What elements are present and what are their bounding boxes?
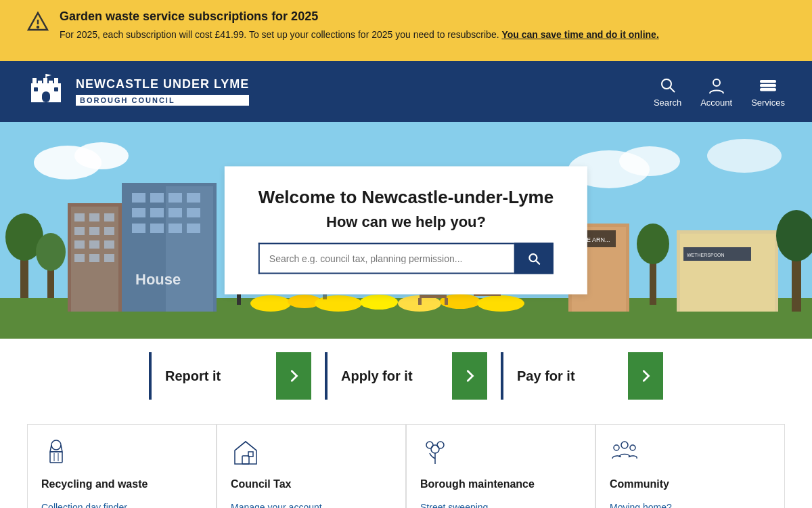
search-icon — [658, 76, 677, 95]
svg-rect-57 — [150, 224, 164, 233]
alert-icon — [27, 11, 49, 37]
svg-point-2 — [37, 26, 39, 28]
alert-content: Garden waste service subscriptions for 2… — [60, 9, 659, 42]
manage-account-link[interactable]: Manage your account — [231, 501, 392, 508]
nav-account-label: Account — [700, 98, 732, 108]
flower-icon — [420, 438, 450, 468]
alert-body: For 2025, each subscription will cost £4… — [60, 28, 659, 42]
svg-rect-5 — [43, 78, 47, 83]
apply-label: Apply for it — [325, 352, 452, 400]
svg-rect-43 — [89, 254, 99, 262]
service-card-community: Community Moving home? Bereavement servi… — [595, 424, 785, 508]
nav-account[interactable]: Account — [700, 76, 732, 108]
spacer-2 — [487, 352, 501, 400]
hero-section: House THE ARN... WETHERSPOON — [0, 122, 812, 339]
svg-rect-53 — [150, 208, 164, 217]
apply-arrow-icon — [462, 368, 477, 383]
pay-arrow-icon — [638, 368, 653, 383]
report-arrow-icon — [286, 368, 301, 383]
logo-area[interactable]: NEWCASTLE UNDER LYME BOROUGH COUNCIL — [27, 71, 249, 112]
collection-day-link[interactable]: Collection day finder — [41, 501, 202, 508]
svg-point-14 — [662, 79, 671, 89]
recycling-icon — [41, 438, 71, 468]
svg-rect-38 — [104, 227, 114, 235]
svg-line-15 — [670, 87, 675, 92]
svg-rect-54 — [168, 208, 182, 217]
report-label: Report it — [149, 352, 276, 400]
svg-rect-40 — [89, 240, 99, 249]
alert-banner: Garden waste service subscriptions for 2… — [0, 0, 812, 61]
community-title: Community — [610, 478, 771, 492]
svg-point-25 — [707, 139, 782, 173]
community-icon-container — [610, 438, 771, 471]
svg-rect-7 — [54, 78, 58, 83]
svg-point-74 — [315, 295, 362, 312]
nav-services[interactable]: Services — [751, 76, 785, 108]
moving-home-link[interactable]: Moving home? — [610, 501, 771, 508]
svg-point-72 — [250, 295, 291, 312]
report-arrow[interactable] — [276, 352, 311, 400]
recycling-icon-container — [41, 438, 202, 471]
svg-rect-42 — [74, 254, 85, 262]
house-icon — [231, 438, 261, 468]
house-icon-container — [231, 438, 392, 471]
svg-rect-94 — [242, 456, 249, 464]
svg-rect-10 — [34, 87, 38, 91]
svg-rect-37 — [89, 227, 99, 235]
svg-rect-90 — [50, 452, 62, 463]
search-button[interactable] — [514, 243, 554, 274]
svg-rect-55 — [187, 208, 200, 217]
svg-rect-36 — [74, 227, 85, 235]
svg-rect-19 — [761, 89, 775, 91]
svg-rect-6 — [49, 81, 53, 83]
street-sweeping-link[interactable]: Street sweeping — [420, 501, 581, 508]
nav-search[interactable]: Search — [654, 76, 681, 108]
svg-rect-3 — [32, 78, 37, 83]
menu-icon — [759, 76, 777, 95]
quick-link-pay: Pay for it — [501, 352, 663, 400]
svg-rect-81 — [445, 298, 448, 305]
alert-link[interactable]: You can save time and do it online. — [501, 29, 658, 40]
council-tax-title: Council Tax — [231, 478, 392, 492]
svg-rect-50 — [168, 193, 182, 203]
svg-rect-33 — [74, 213, 85, 221]
quick-link-report: Report it — [149, 352, 311, 400]
castle-logo — [27, 71, 68, 112]
svg-point-24 — [619, 146, 680, 176]
search-submit-icon — [526, 251, 541, 266]
svg-text:WETHERSPOON: WETHERSPOON — [687, 253, 725, 257]
svg-rect-58 — [168, 224, 182, 233]
nav-services-label: Services — [751, 98, 785, 108]
svg-rect-56 — [132, 224, 145, 233]
pay-arrow[interactable] — [628, 352, 663, 400]
svg-rect-44 — [104, 254, 114, 262]
svg-point-22 — [74, 142, 129, 169]
recycling-title: Recycling and waste — [41, 478, 202, 492]
svg-rect-11 — [54, 87, 58, 91]
hero-overlay: Welcome to Newcastle-under-Lyme How can … — [225, 167, 587, 295]
svg-point-100 — [621, 442, 628, 448]
search-input[interactable] — [258, 243, 514, 274]
quick-link-apply: Apply for it — [325, 352, 487, 400]
flower-icon-container — [420, 438, 581, 471]
svg-rect-48 — [132, 193, 145, 203]
svg-point-97 — [426, 442, 433, 448]
apply-arrow[interactable] — [452, 352, 487, 400]
search-form — [258, 243, 554, 274]
nav-search-label: Search — [654, 98, 681, 108]
logo-name: NEWCASTLE UNDER LYME — [76, 77, 249, 92]
svg-rect-49 — [150, 193, 164, 203]
svg-rect-79 — [420, 295, 447, 298]
svg-rect-9 — [42, 91, 50, 102]
svg-point-30 — [36, 233, 66, 271]
svg-marker-13 — [46, 74, 51, 77]
svg-rect-35 — [104, 213, 114, 221]
svg-text:House: House — [135, 271, 181, 288]
hero-title: Welcome to Newcastle-under-Lyme — [258, 187, 554, 208]
borough-title: Borough maintenance — [420, 478, 581, 492]
service-cards: Recycling and waste Collection day finde… — [0, 413, 812, 508]
service-card-council-tax: Council Tax Manage your account Pay Coun… — [217, 424, 406, 508]
nav-actions: Search Account Services — [654, 76, 785, 108]
svg-rect-41 — [104, 240, 114, 249]
svg-rect-52 — [132, 208, 145, 217]
